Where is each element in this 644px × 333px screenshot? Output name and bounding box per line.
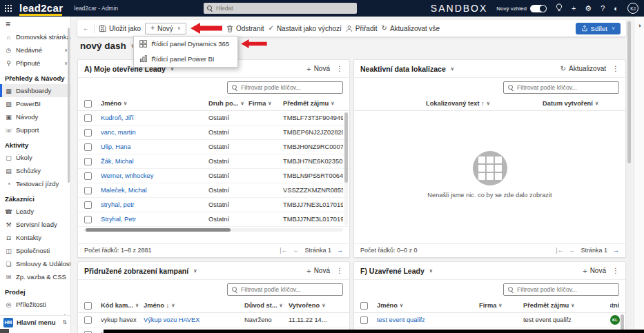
row-checkbox[interactable]: [360, 316, 368, 324]
next-page-icon[interactable]: →: [337, 247, 343, 254]
table-row[interactable]: stryhal, petr Ostatní TMBJJ7NE3L017019..…: [78, 198, 349, 212]
first-page-icon[interactable]: |←: [556, 247, 563, 254]
chevron-down-icon[interactable]: ∨: [193, 268, 197, 274]
column-header-created[interactable]: Vytvořeno∨: [289, 302, 343, 309]
new-record-button[interactable]: +Nová: [306, 267, 330, 275]
filter-input[interactable]: [517, 84, 614, 91]
waffle-icon[interactable]: [0, 0, 17, 17]
table-row[interactable]: Žák, Michal Ostatní TMBJH7NE6K02350...: [78, 154, 349, 169]
column-header-code[interactable]: Kód kam...∨: [101, 302, 144, 309]
user-avatar[interactable]: KJ: [627, 3, 638, 14]
global-search-box[interactable]: [204, 3, 357, 14]
row-checkbox[interactable]: [84, 129, 92, 137]
sidebar-item-contracts-events[interactable]: ❏ Smlouvy & Události: [0, 257, 70, 270]
refresh-all-button[interactable]: ↻ Aktualizovat vše: [382, 25, 440, 32]
main-menu-switcher[interactable]: HM Hlavní menu ⇅: [0, 315, 70, 329]
quick-create-icon[interactable]: +: [572, 5, 576, 12]
row-checkbox[interactable]: [84, 331, 92, 333]
sidebar-item-support[interactable]: ☏ Support: [0, 123, 70, 137]
lead-name-link[interactable]: Werner, wnhockey: [101, 172, 208, 179]
refresh-button[interactable]: ↻ Aktualizovat: [560, 65, 606, 72]
column-header-subject[interactable]: Předmět zájmu∨: [283, 100, 343, 107]
column-header-name[interactable]: Jméno∨: [377, 302, 479, 309]
campaign-name-link[interactable]: Výkup vozu HAVEX: [144, 316, 244, 323]
sidebar-item-tasks[interactable]: ▢ Úkoly: [0, 151, 70, 164]
menu-item-powerbi-dashboard[interactable]: Řídicí panel Power BI: [134, 52, 237, 67]
app-logo[interactable]: lead2car: [17, 1, 68, 16]
column-header-reason[interactable]: Důvod st...∨: [244, 302, 289, 309]
lead-name-link[interactable]: Stryhal, Petr: [101, 216, 208, 223]
sidebar-item-dashboards[interactable]: ▦ Dashboardy: [0, 84, 70, 97]
lead-name-link[interactable]: test event qualifz: [377, 316, 479, 323]
column-header-type[interactable]: Druh po...∨: [208, 100, 248, 107]
sidebar-item-contacts[interactable]: Ω Kontakty: [0, 231, 70, 244]
sidebar-item-pinned[interactable]: ⚲ Připnuté ∨: [0, 57, 70, 70]
more-options-icon[interactable]: ⋮: [333, 65, 343, 72]
sidebar-scrollbar[interactable]: [68, 28, 70, 183]
save-as-button[interactable]: Uložit jako: [99, 25, 141, 32]
filter-box[interactable]: [227, 81, 343, 94]
share-button[interactable]: Sdílet ∨: [576, 23, 621, 34]
sidebar-item-companies[interactable]: ◫ Společnosti: [0, 244, 70, 257]
row-checkbox[interactable]: [84, 216, 92, 223]
new-button[interactable]: + Nový ∨ Řídicí panel Dynamics 365 Řídic…: [145, 23, 186, 34]
owner-avatar[interactable]: KL: [610, 315, 620, 325]
table-row[interactable]: test event qualifz test event qualifz KL: [354, 313, 625, 327]
sidebar-item-opportunities[interactable]: ◎ Příležitosti: [0, 298, 70, 311]
column-header-created[interactable]: Datum vytvoření∨: [543, 100, 598, 107]
sidebar-item-leads[interactable]: ☎ Leady: [0, 205, 70, 218]
column-header-name[interactable]: Jméno∨: [101, 100, 208, 107]
column-header-firm[interactable]: Firma∨: [248, 100, 283, 107]
column-header-subject[interactable]: Předmět zájmu∨: [523, 302, 610, 309]
dashboard-title[interactable]: nový dash ∨: [80, 41, 135, 51]
sidebar-item-test-drives[interactable]: ◔ Testovací jízdy: [0, 177, 70, 190]
set-default-button[interactable]: ✓ Nastavit jako výchozí: [268, 25, 341, 32]
sidebar-item-meetings[interactable]: ▤ Schůzky: [0, 164, 70, 177]
table-row[interactable]: Werner, wnhockey Ostatní TMBLN9PS5RT0064…: [78, 169, 349, 183]
help-icon[interactable]: ?: [601, 5, 605, 12]
global-search-input[interactable]: [216, 5, 353, 12]
row-checkbox[interactable]: [84, 316, 92, 324]
lead-name-link[interactable]: Žák, Michal: [101, 158, 208, 165]
row-checkbox[interactable]: [84, 187, 92, 194]
updown-icon[interactable]: ⇅: [62, 319, 67, 325]
more-options-icon[interactable]: ⋮: [333, 267, 343, 274]
table-row[interactable]: Maleček, Michal Ostatní VSSZZZKMZNR0855.…: [78, 183, 349, 198]
lightbulb-icon[interactable]: [556, 3, 563, 13]
prev-page-icon[interactable]: ←: [569, 247, 575, 254]
select-all-checkbox[interactable]: [360, 302, 368, 310]
column-header-localized-text[interactable]: Lokalizovaný text ↑∨: [426, 100, 490, 107]
filter-box[interactable]: [503, 283, 619, 296]
column-header-name[interactable]: Jméno ↓∨: [144, 302, 244, 309]
row-checkbox[interactable]: [84, 114, 92, 122]
menu-item-dynamics-dashboard[interactable]: Řídicí panel Dynamics 365: [134, 37, 237, 52]
table-row[interactable]: vanc, martin Ostatní TMBEP6NJ2JZ02820...: [78, 125, 349, 140]
sidebar-item-service-leads[interactable]: ⚒ Servisní leady: [0, 218, 70, 231]
delete-button[interactable]: Odstranit: [226, 25, 264, 32]
chevron-down-icon[interactable]: ∨: [451, 66, 454, 72]
column-header-firm[interactable]: Firma∨: [479, 302, 523, 309]
row-checkbox[interactable]: [84, 158, 92, 165]
first-page-icon[interactable]: |←: [280, 247, 287, 254]
assign-button[interactable]: Přiřadit: [346, 25, 378, 32]
filter-box[interactable]: [227, 283, 343, 296]
row-checkbox[interactable]: [84, 172, 92, 180]
sidebar-item-powerbi[interactable]: ▨ PowerBI: [0, 97, 70, 110]
environment-icon[interactable]: ◐: [614, 5, 618, 12]
new-look-toggle[interactable]: [530, 5, 547, 12]
chevron-down-icon[interactable]: ∨: [429, 268, 433, 274]
column-header-owner[interactable]: Vlastní: [610, 302, 619, 309]
sidebar-item-recent[interactable]: ◷ Nedávné ∨: [0, 43, 70, 57]
side-pane-toggle-icon[interactable]: ◑: [634, 22, 644, 29]
gear-icon[interactable]: ⚙: [585, 5, 592, 12]
more-options-icon[interactable]: ⋮: [609, 267, 619, 274]
lead-name-link[interactable]: Maleček, Michal: [101, 187, 208, 194]
sidebar-item-feedback-css[interactable]: ✉ Zp. vazba & CSS: [0, 270, 70, 283]
hamburger-menu-icon[interactable]: ≡: [0, 17, 70, 30]
back-button[interactable]: ←: [83, 25, 90, 32]
table-row[interactable]: Ulip, Hana Ostatní TMBJH0NZ9RC0007...: [78, 140, 349, 154]
new-record-button[interactable]: +Nová: [306, 65, 330, 73]
filter-box[interactable]: [503, 81, 619, 94]
filter-input[interactable]: [517, 286, 614, 293]
lead-name-link[interactable]: vanc, martin: [101, 129, 208, 136]
